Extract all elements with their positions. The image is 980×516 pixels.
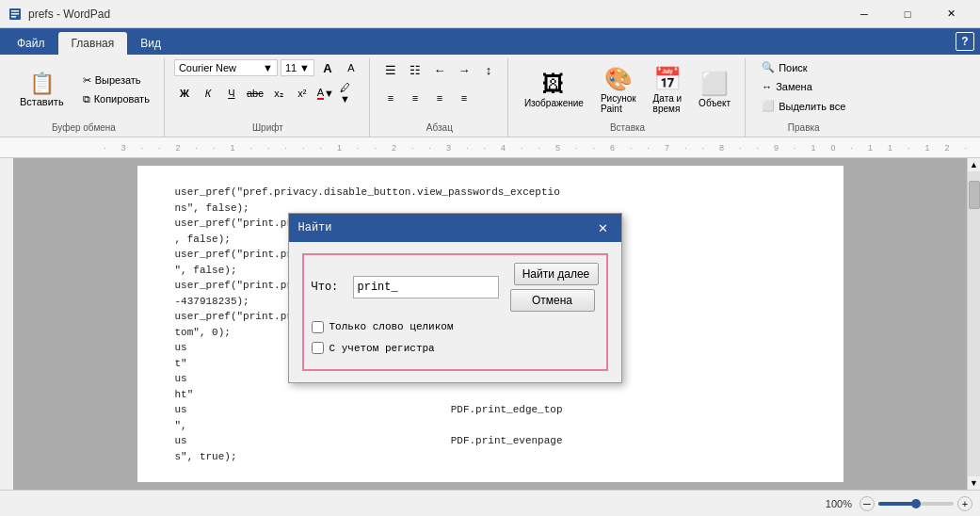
titlebar: prefs - WordPad ─ □ ✕ — [0, 0, 980, 28]
search-icon: 🔍 — [762, 61, 775, 73]
text-line: user_pref("pref.privacy.disable_button.v… — [175, 185, 806, 201]
find-dialog: Найти ✕ Что: Найти далее Отмена — [288, 213, 622, 383]
zoom-bar: ─ + — [860, 496, 972, 511]
align-right-button[interactable]: ≡ — [428, 87, 451, 109]
scrollbar-left — [0, 158, 13, 490]
highlight-button[interactable]: 🖊▼ — [339, 84, 360, 103]
find-next-button[interactable]: Найти далее — [514, 263, 599, 285]
minimize-button[interactable]: ─ — [843, 0, 886, 28]
align-center-button[interactable]: ≡ — [404, 87, 426, 109]
help-button[interactable]: ? — [956, 32, 974, 51]
italic-button[interactable]: К — [198, 84, 218, 103]
paragraph-label: Абзац — [379, 121, 500, 133]
scroll-up-button[interactable]: ▲ — [968, 158, 981, 171]
subscript-button[interactable]: x₂ — [268, 84, 289, 103]
font-label: Шрифт — [174, 121, 361, 133]
clipboard-label: Буфер обмена — [11, 121, 156, 133]
list-bullet-button[interactable]: ☰ — [379, 58, 402, 81]
font-row-top: Courier New ▼ 11 ▼ A A — [174, 58, 361, 77]
match-case-checkbox[interactable] — [312, 342, 324, 354]
zoom-level: 100% — [826, 498, 852, 509]
document-page[interactable]: user_pref("pref.privacy.disable_button.v… — [137, 166, 843, 482]
font-size-arrow: ▼ — [299, 62, 310, 73]
zoom-slider-thumb[interactable] — [911, 499, 921, 508]
ribbon-insert-section: 🖼 Изображение 🎨 РисунокPaint 📅 Дата ивре… — [510, 58, 746, 137]
tab-view[interactable]: Вид — [127, 32, 174, 55]
cancel-button[interactable]: Отмена — [510, 289, 595, 312]
dialog-buttons: Найти далее Отмена — [506, 263, 599, 312]
superscript-button[interactable]: x² — [292, 84, 313, 103]
find-button[interactable]: 🔍 Поиск — [755, 58, 813, 76]
dialog-close-button[interactable]: ✕ — [595, 219, 612, 236]
line-spacing-button[interactable]: ↕ — [477, 58, 500, 81]
font-size-selector[interactable]: 11 ▼ — [281, 59, 314, 76]
scroll-thumb[interactable] — [969, 181, 980, 209]
scrollbar-right[interactable]: ▲ ▼ — [967, 158, 980, 490]
ribbon-clipboard-section: 📋 Вставить ✂ Вырезать ⧉ Копировать Буфер… — [4, 58, 165, 137]
whole-word-row: Только слово целиком — [312, 319, 599, 335]
scroll-down-button[interactable]: ▼ — [968, 476, 981, 490]
font-name-arrow: ▼ — [263, 62, 273, 73]
font-size-increase-button[interactable]: A — [317, 58, 338, 77]
image-icon: 🖼 — [542, 71, 565, 97]
ribbon-paragraph-section: ☰ ☷ ← → ↕ ≡ ≡ ≡ ≡ Абзац — [372, 58, 508, 137]
justify-button[interactable]: ≡ — [453, 87, 475, 109]
page-container: user_pref("pref.privacy.disable_button.v… — [13, 158, 967, 490]
window-controls: ─ □ ✕ — [843, 0, 972, 28]
search-input[interactable] — [353, 276, 499, 298]
main-area: user_pref("pref.privacy.disable_button.v… — [0, 158, 980, 490]
insert-image-button[interactable]: 🖼 Изображение — [518, 66, 590, 113]
indent-more-button[interactable]: → — [453, 58, 475, 81]
replace-label: Замена — [776, 81, 812, 92]
whole-word-checkbox[interactable] — [312, 321, 324, 333]
clipboard-side: ✂ Вырезать ⧉ Копировать — [76, 72, 156, 108]
font-size-value: 11 — [285, 62, 297, 73]
ribbon: 📋 Вставить ✂ Вырезать ⧉ Копировать Буфер… — [0, 55, 980, 137]
dialog-titlebar: Найти ✕ — [289, 214, 621, 242]
font-color-button[interactable]: A▼ — [315, 84, 336, 103]
select-all-button[interactable]: ⬜ Выделить все — [755, 97, 852, 115]
maximize-button[interactable]: □ — [886, 0, 929, 28]
replace-button[interactable]: ↔ Замена — [755, 78, 819, 95]
cut-button[interactable]: ✂ Вырезать — [76, 72, 156, 89]
font-name-selector[interactable]: Courier New ▼ — [174, 59, 278, 76]
insert-paint-button[interactable]: 🎨 РисунокPaint — [594, 61, 643, 119]
bold-button[interactable]: Ж — [174, 84, 195, 103]
close-button[interactable]: ✕ — [929, 0, 972, 28]
list-number-button[interactable]: ☷ — [404, 58, 426, 81]
zoom-slider[interactable] — [878, 502, 954, 506]
svg-rect-1 — [11, 10, 19, 12]
font-size-decrease-button[interactable]: A — [341, 58, 361, 77]
match-case-label: С учетом регистра — [329, 341, 435, 357]
indent-less-button[interactable]: ← — [428, 58, 451, 81]
tab-file[interactable]: Файл — [4, 32, 58, 55]
statusbar-right: 100% ─ + — [826, 496, 972, 511]
cut-label: Вырезать — [95, 74, 141, 86]
svg-rect-2 — [11, 13, 19, 15]
font-format-row: Ж К Ч abc x₂ x² A▼ 🖊▼ — [174, 84, 360, 103]
strikethrough-button[interactable]: abc — [245, 84, 265, 103]
paint-icon: 🎨 — [604, 66, 633, 92]
zoom-out-button[interactable]: ─ — [860, 496, 875, 511]
whole-word-label: Только слово целиком — [329, 319, 454, 335]
insert-object-button[interactable]: ⬜ Объект — [692, 66, 737, 113]
align-left-button[interactable]: ≡ — [379, 87, 402, 109]
svg-rect-3 — [11, 16, 16, 18]
statusbar: 100% ─ + — [0, 490, 980, 516]
scroll-track[interactable] — [968, 171, 981, 476]
insert-datetime-button[interactable]: 📅 Дата ивремя — [647, 61, 689, 119]
dialog-body: Что: Найти далее Отмена Только слово цел… — [289, 242, 621, 382]
edit-label: Правка — [755, 121, 852, 133]
search-row: Что: Найти далее Отмена — [312, 263, 599, 312]
underline-button[interactable]: Ч — [221, 84, 242, 103]
zoom-in-button[interactable]: + — [957, 496, 972, 511]
ribbon-edit-section: 🔍 Поиск ↔ Замена ⬜ Выделить все Правка — [747, 58, 860, 137]
what-label: Что: — [312, 279, 353, 296]
insert-object-label: Объект — [699, 98, 731, 108]
paste-button[interactable]: 📋 Вставить — [11, 67, 72, 112]
ribbon-tabs: Главная Файл Вид ? — [0, 28, 980, 55]
ribbon-font-section: Courier New ▼ 11 ▼ A A Ж К Ч abc x₂ x² A… — [167, 58, 370, 137]
copy-button[interactable]: ⧉ Копировать — [76, 90, 156, 108]
copy-icon: ⧉ — [83, 93, 90, 105]
tab-home[interactable]: Главная — [58, 32, 128, 55]
